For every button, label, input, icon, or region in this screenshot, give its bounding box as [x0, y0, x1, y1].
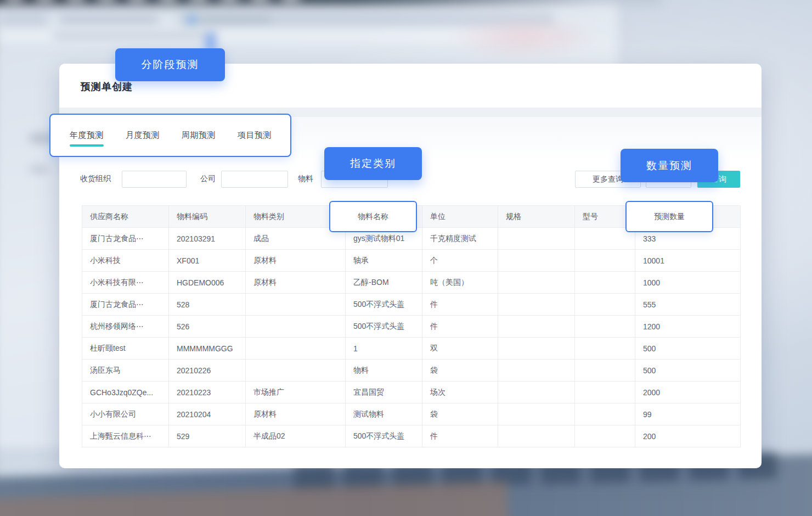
table-cell: 500不浮式头盖 [346, 294, 422, 316]
table-cell: 宜昌国贸 [346, 382, 422, 403]
table-cell: 厦门古龙食品⋯ [82, 228, 169, 250]
table-cell: 99 [635, 403, 741, 425]
col-supplier-name: 供应商名称 [82, 206, 169, 228]
table-cell [575, 360, 635, 382]
table-cell [498, 338, 575, 360]
table-cell: 轴承 [346, 250, 422, 272]
table-cell [575, 294, 635, 316]
annotation-box-forecast-qty: 预测数量 [625, 201, 713, 232]
background-menubar [0, 0, 662, 5]
table-row[interactable]: GCHo3Jzq0ZQe...20210223市场推广宜昌国贸场次2000 [82, 382, 741, 403]
table-cell: 500 [635, 338, 741, 360]
table-row[interactable]: 小小有限公司20210204原材料测试物料袋99 [82, 403, 741, 425]
table-cell: 20210223 [169, 382, 246, 403]
table-cell: 529 [169, 425, 246, 447]
table-cell [246, 338, 346, 360]
background-doc-icon [189, 16, 195, 23]
background-tab-text [59, 18, 158, 22]
table-row[interactable]: 小米科技XF001原材料轴承个10001 [82, 250, 741, 272]
table-cell [575, 425, 635, 447]
forecast-creation-panel: 预测单创建 年度预测 月度预测 周期预测 项目预测 收货组织 公司 物料 更多查… [59, 64, 762, 468]
company-input[interactable] [221, 171, 288, 188]
callout-quantity-forecast: 数量预测 [621, 149, 718, 182]
forecast-table: 供应商名称 物料编码 物料类别 物料名称 单位 规格 型号 预测数量 厦门古龙食… [82, 205, 740, 447]
receiving-org-input[interactable] [122, 171, 187, 188]
table-row[interactable]: 杭州移领网络⋯526500不浮式头盖件1200 [82, 316, 741, 338]
table-cell: 526 [169, 316, 246, 338]
table-cell [246, 294, 346, 316]
table-row[interactable]: 杜昕颐testMMMMMMGGG1双500 [82, 338, 741, 360]
table-cell: 528 [169, 294, 246, 316]
table-cell [498, 425, 575, 447]
table-cell [498, 382, 575, 403]
table-cell: 半成品02 [246, 425, 346, 447]
table-cell [498, 228, 575, 250]
table-cell: 市场推广 [246, 382, 346, 403]
table-cell [498, 360, 575, 382]
table-cell: GCHo3Jzq0ZQe... [82, 382, 169, 403]
table-cell: 1 [346, 338, 422, 360]
table-cell: 555 [635, 294, 741, 316]
table-cell: 袋 [422, 403, 498, 425]
table-cell: 杜昕颐test [82, 338, 169, 360]
table-cell: 500不浮式头盖 [346, 316, 422, 338]
table-cell: 汤臣东马 [82, 360, 169, 382]
table-cell [575, 403, 635, 425]
col-material-code: 物料编码 [169, 206, 246, 228]
table-cell: 500不浮式头盖 [346, 425, 422, 447]
table-cell [246, 360, 346, 382]
table-cell: 200 [635, 425, 741, 447]
company-label: 公司 [200, 174, 216, 184]
table-cell [246, 316, 346, 338]
table-cell: 1200 [635, 316, 741, 338]
table-cell: 千克精度测试 [422, 228, 498, 250]
table-cell [575, 272, 635, 294]
table-row[interactable]: 厦门古龙食品⋯528500不浮式头盖件555 [82, 294, 741, 316]
table-cell: HGDEMO006 [169, 272, 246, 294]
table-cell: 1000 [635, 272, 741, 294]
tab-monthly-forecast[interactable]: 月度预测 [126, 130, 160, 141]
table-cell: 杭州移领网络⋯ [82, 316, 169, 338]
col-spec: 规格 [498, 206, 575, 228]
table-cell: 20210204 [169, 403, 246, 425]
table-cell: 袋 [422, 360, 498, 382]
annotation-box-material-name: 物料名称 [329, 201, 417, 232]
tab-group-annotation-box: 年度预测 月度预测 周期预测 项目预测 [49, 114, 291, 157]
table-cell: 小米科技有限⋯ [82, 272, 169, 294]
background-url-text [53, 33, 217, 38]
page-title: 预测单创建 [81, 80, 133, 93]
table-cell: 件 [422, 316, 498, 338]
col-unit: 单位 [422, 206, 498, 228]
table-cell [575, 338, 635, 360]
table-cell: 个 [422, 250, 498, 272]
table-cell [575, 250, 635, 272]
table-cell: 原材料 [246, 250, 346, 272]
table-cell [498, 294, 575, 316]
table-cell: XF001 [169, 250, 246, 272]
material-label: 物料 [298, 174, 313, 184]
tab-period-forecast[interactable]: 周期预测 [182, 130, 216, 141]
table-cell: 吨（美国） [422, 272, 498, 294]
table-cell [498, 316, 575, 338]
background-tab-text [200, 18, 271, 22]
table-cell [575, 316, 635, 338]
callout-specify-category: 指定类别 [324, 147, 422, 180]
callout-phased-forecast: 分阶段预测 [115, 48, 225, 81]
table-cell: 场次 [422, 382, 498, 403]
table-cell [498, 250, 575, 272]
table-cell: 乙醇-BOM [346, 272, 422, 294]
tab-annual-forecast[interactable]: 年度预测 [70, 130, 104, 141]
table-cell: 上海甄云信息科⋯ [82, 425, 169, 447]
table-cell: 10001 [635, 250, 741, 272]
table-cell: 20210226 [169, 360, 246, 382]
table-cell: MMMMMMGGG [169, 338, 246, 360]
table-row[interactable]: 汤臣东马20210226物料袋500 [82, 360, 741, 382]
table-cell: 双 [422, 338, 498, 360]
tab-project-forecast[interactable]: 项目预测 [238, 130, 272, 141]
table-cell: 202103291 [169, 228, 246, 250]
table-cell: 厦门古龙食品⋯ [82, 294, 169, 316]
table-cell: 件 [422, 294, 498, 316]
table-row[interactable]: 上海甄云信息科⋯529半成品02500不浮式头盖件200 [82, 425, 741, 447]
table-cell [575, 382, 635, 403]
table-row[interactable]: 小米科技有限⋯HGDEMO006原材料乙醇-BOM吨（美国）1000 [82, 272, 741, 294]
